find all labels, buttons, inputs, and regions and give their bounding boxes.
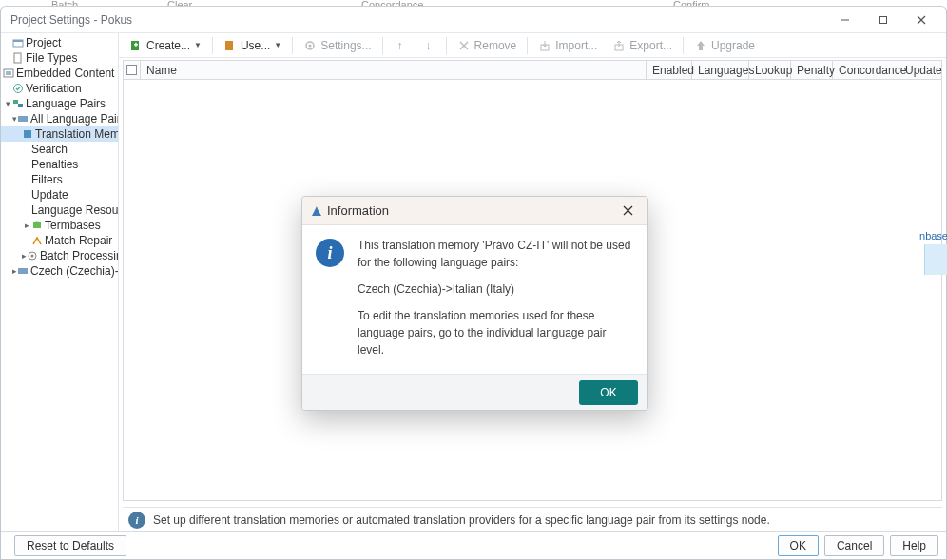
tm-toolbar: Create... ▼ Use... ▼ Settings... ↑	[119, 33, 946, 58]
arrow-up-icon: ↑	[394, 39, 407, 52]
caret-down-icon: ▾	[3, 99, 12, 108]
maximize-button[interactable]	[864, 10, 902, 30]
tree-item-penalties[interactable]: Penalties	[1, 157, 118, 172]
header-concordance[interactable]: Concordance	[833, 61, 899, 79]
info-bar-text: Set up different translation memories or…	[153, 513, 770, 527]
project-icon	[12, 37, 24, 48]
tree-item-batch-processing[interactable]: ▸ Batch Processing	[1, 248, 118, 263]
use-icon	[223, 39, 237, 52]
header-name[interactable]: Name	[141, 61, 647, 79]
dialog-button-bar: Reset to Defaults OK Cancel Help	[1, 531, 946, 559]
remove-icon	[457, 39, 471, 52]
dropdown-caret-icon: ▼	[194, 41, 202, 49]
upgrade-button[interactable]: Upgrade	[687, 35, 762, 56]
tree-item-czech-italian[interactable]: ▸ Czech (Czechia)->Itali	[1, 263, 118, 279]
tree-item-translation-memory[interactable]: Translation Memor	[1, 126, 118, 142]
dialog-titlebar: Information	[302, 197, 647, 225]
export-icon	[612, 39, 626, 52]
termbase-icon	[31, 220, 43, 231]
svg-rect-8	[6, 71, 11, 75]
match-repair-icon	[31, 235, 43, 246]
help-button[interactable]: Help	[890, 535, 938, 556]
minimize-button[interactable]	[826, 10, 864, 30]
bg-hint-nbase: nbase	[919, 230, 947, 241]
svg-rect-21	[135, 42, 137, 46]
reset-defaults-button[interactable]: Reset to Defaults	[14, 535, 126, 556]
svg-rect-18	[18, 268, 28, 274]
language-pair-icon	[17, 265, 29, 277]
batch-processing-icon	[27, 250, 38, 261]
embedded-content-icon	[3, 68, 14, 79]
dialog-footer: OK	[302, 374, 647, 410]
ok-button[interactable]: OK	[778, 535, 819, 556]
move-down-button[interactable]: ↓	[416, 35, 442, 56]
create-icon	[129, 39, 143, 52]
language-pairs-icon	[12, 98, 24, 109]
bg-highlight-strip	[924, 244, 947, 275]
svg-rect-1	[880, 16, 887, 23]
header-update[interactable]: Update	[899, 61, 941, 79]
svg-point-24	[309, 44, 312, 47]
verification-icon	[12, 83, 24, 94]
svg-rect-5	[13, 40, 23, 42]
tree-item-language-pairs[interactable]: ▾ Language Pairs	[1, 96, 118, 111]
settings-button[interactable]: Settings...	[297, 35, 377, 56]
translation-memory-icon	[22, 128, 33, 140]
tm-table-header: Name Enabled Languages Lookup Penalty Co…	[124, 61, 941, 80]
use-button[interactable]: Use... ▼	[217, 35, 288, 56]
export-button[interactable]: Export...	[606, 35, 679, 56]
svg-rect-13	[24, 130, 31, 138]
tree-item-all-language-pairs[interactable]: ▾ All Language Pairs	[1, 111, 118, 126]
info-icon: i	[128, 512, 145, 529]
svg-rect-15	[33, 222, 41, 228]
upgrade-icon	[694, 39, 707, 52]
close-button[interactable]	[902, 10, 940, 30]
dialog-body: i This translation memory 'Právo CZ-IT' …	[302, 225, 647, 374]
dialog-title: Information	[327, 203, 615, 218]
svg-point-17	[31, 255, 34, 258]
dropdown-caret-icon: ▼	[274, 41, 281, 49]
tree-item-filters[interactable]: Filters	[1, 172, 118, 187]
header-checkbox[interactable]	[124, 61, 141, 79]
svg-rect-11	[18, 104, 23, 107]
tree-item-termbases[interactable]: ▸ Termbases	[1, 218, 118, 233]
tree-item-match-repair[interactable]: Match Repair	[1, 233, 118, 248]
close-icon	[623, 205, 633, 216]
settings-tree: Project File Types Embedded Content Pro …	[1, 33, 119, 531]
cancel-button[interactable]: Cancel	[824, 535, 884, 556]
window-title: Project Settings - Pokus	[10, 13, 826, 27]
svg-rect-19	[131, 41, 139, 50]
tree-item-embedded-content[interactable]: Embedded Content Pro	[1, 66, 118, 81]
tree-item-update[interactable]: Update	[1, 187, 118, 203]
all-language-pairs-icon	[17, 113, 29, 125]
svg-rect-6	[14, 53, 21, 63]
dialog-close-button[interactable]	[615, 201, 640, 222]
header-enabled[interactable]: Enabled	[647, 61, 692, 79]
svg-rect-12	[18, 116, 28, 122]
remove-button[interactable]: Remove	[451, 35, 524, 56]
info-icon: i	[316, 239, 344, 267]
move-up-button[interactable]: ↑	[387, 35, 414, 56]
header-lookup[interactable]: Lookup	[749, 61, 791, 79]
dialog-message: This translation memory 'Právo CZ-IT' wi…	[358, 237, 634, 358]
tree-item-file-types[interactable]: File Types	[1, 50, 118, 66]
file-types-icon	[12, 52, 24, 64]
dialog-ok-button[interactable]: OK	[579, 380, 638, 405]
info-bar: i Set up different translation memories …	[123, 507, 942, 531]
window-titlebar: Project Settings - Pokus	[1, 7, 946, 33]
app-icon	[310, 204, 323, 218]
import-button[interactable]: Import...	[531, 35, 604, 56]
arrow-down-icon: ↓	[422, 39, 435, 52]
tree-item-search[interactable]: Search	[1, 142, 118, 157]
svg-rect-22	[225, 41, 233, 50]
tree-item-verification[interactable]: Verification	[1, 81, 118, 96]
caret-right-icon: ▸	[22, 221, 31, 230]
header-languages[interactable]: Languages	[692, 61, 749, 79]
header-penalty[interactable]: Penalty	[791, 61, 833, 79]
gear-icon	[303, 39, 317, 52]
tree-item-language-resource[interactable]: Language Resource	[1, 203, 118, 218]
import-icon	[538, 39, 551, 52]
create-button[interactable]: Create... ▼	[123, 35, 208, 56]
tree-item-project[interactable]: Project	[1, 35, 118, 50]
svg-rect-10	[13, 100, 18, 104]
